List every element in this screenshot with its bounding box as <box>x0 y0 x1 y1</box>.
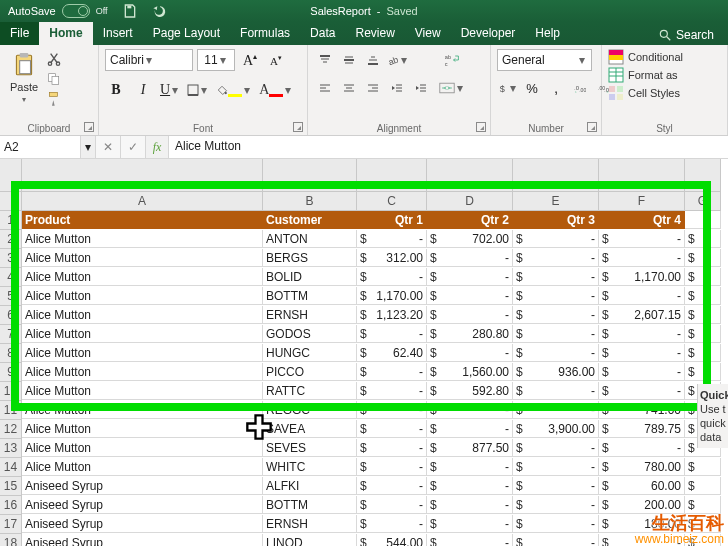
row-header[interactable]: 5 <box>0 287 22 306</box>
cell-q2[interactable]: $1,560.00 <box>427 363 513 381</box>
dialog-launcher-number[interactable] <box>587 122 597 132</box>
fill-color-button[interactable]: ▾ <box>215 79 253 101</box>
column-header[interactable]: E <box>513 192 599 211</box>
cell-product[interactable]: Alice Mutton <box>22 382 263 400</box>
cell-q1[interactable]: $62.40 <box>357 344 427 362</box>
cell[interactable]: $ <box>685 496 721 514</box>
tab-insert[interactable]: Insert <box>93 22 143 45</box>
name-box-dropdown[interactable]: ▾ <box>81 136 96 158</box>
cell-customer[interactable]: GODOS <box>263 325 357 343</box>
cell-q3[interactable]: $- <box>513 268 599 286</box>
row-header[interactable]: 16 <box>0 496 22 515</box>
table-header[interactable]: Qtr 3 <box>513 211 599 229</box>
cell-q3[interactable]: $- <box>513 401 599 419</box>
cell-q4[interactable]: $- <box>599 382 685 400</box>
cell-q3[interactable]: $- <box>513 477 599 495</box>
align-right-button[interactable] <box>362 77 384 99</box>
cell-q2[interactable]: $- <box>427 496 513 514</box>
cell-q1[interactable]: $- <box>357 420 427 438</box>
cell-q1[interactable]: $- <box>357 382 427 400</box>
cell[interactable]: $ <box>685 268 721 286</box>
column-header[interactable]: G <box>685 192 721 211</box>
cell[interactable]: $ <box>685 458 721 476</box>
worksheet-area[interactable]: ABCDEFG1ProductCustomerQtr 1Qtr 2Qtr 3Qt… <box>0 159 728 546</box>
cell-customer[interactable]: ERNSH <box>263 515 357 533</box>
cell-customer[interactable]: PICCO <box>263 363 357 381</box>
align-left-button[interactable] <box>314 77 336 99</box>
cell-q1[interactable]: $- <box>357 325 427 343</box>
bold-button[interactable]: B <box>105 79 127 101</box>
cell[interactable]: $ <box>685 230 721 248</box>
cell-customer[interactable]: WHITC <box>263 458 357 476</box>
increase-indent-button[interactable] <box>410 77 432 99</box>
undo-icon[interactable] <box>152 3 168 19</box>
cell-q2[interactable]: $- <box>427 420 513 438</box>
cell[interactable]: $ <box>685 287 721 305</box>
row-header[interactable]: 7 <box>0 325 22 344</box>
cell-customer[interactable]: LINOD <box>263 534 357 546</box>
cell-q2[interactable]: $- <box>427 306 513 324</box>
cell-q4[interactable]: $1,170.00 <box>599 268 685 286</box>
cell-q2[interactable]: $- <box>427 268 513 286</box>
tab-help[interactable]: Help <box>525 22 570 45</box>
cancel-formula-button[interactable]: ✕ <box>96 136 121 158</box>
cell-q4[interactable]: $780.00 <box>599 458 685 476</box>
cell-q3[interactable]: $- <box>513 458 599 476</box>
border-button[interactable]: ▾ <box>186 79 210 101</box>
table-header[interactable]: Product <box>22 211 263 229</box>
cell-q2[interactable]: $- <box>427 249 513 267</box>
cell-q3[interactable]: $- <box>513 287 599 305</box>
cell-customer[interactable]: BOTTM <box>263 496 357 514</box>
table-header[interactable]: Qtr 2 <box>427 211 513 229</box>
cell-product[interactable]: Aniseed Syrup <box>22 534 263 546</box>
accounting-format-button[interactable]: $▾ <box>497 77 519 99</box>
cell-q4[interactable]: $- <box>599 287 685 305</box>
cell-customer[interactable]: BOLID <box>263 268 357 286</box>
cell-product[interactable]: Alice Mutton <box>22 230 263 248</box>
font-size-combo[interactable]: 11 ▾ <box>197 49 235 71</box>
cell-customer[interactable]: ERNSH <box>263 306 357 324</box>
tab-review[interactable]: Review <box>345 22 404 45</box>
cell-customer[interactable]: HUNGC <box>263 344 357 362</box>
cell-product[interactable]: Alice Mutton <box>22 306 263 324</box>
cell-product[interactable]: Alice Mutton <box>22 268 263 286</box>
row-header[interactable]: 2 <box>0 230 22 249</box>
conditional-formatting-button[interactable]: Conditional <box>608 49 721 65</box>
select-all-corner[interactable] <box>0 159 22 192</box>
cell-q2[interactable]: $702.00 <box>427 230 513 248</box>
cell-q4[interactable]: $- <box>599 439 685 457</box>
merge-center-button[interactable]: ▾ <box>438 77 466 99</box>
cell-q3[interactable]: $- <box>513 325 599 343</box>
row-header[interactable]: 14 <box>0 458 22 477</box>
cell-customer[interactable]: BERGS <box>263 249 357 267</box>
format-painter-icon[interactable] <box>46 91 62 107</box>
cell-q1[interactable]: $- <box>357 515 427 533</box>
cell-styles-button[interactable]: Cell Styles <box>608 85 721 101</box>
cell[interactable]: $ <box>685 344 721 362</box>
cell-q2[interactable]: $- <box>427 344 513 362</box>
row-header[interactable]: 6 <box>0 306 22 325</box>
row-header[interactable]: 12 <box>0 420 22 439</box>
table-header[interactable]: Customer <box>263 211 357 229</box>
fx-icon[interactable]: fx <box>146 136 169 158</box>
cell-q4[interactable]: $- <box>599 230 685 248</box>
cell-q4[interactable]: $- <box>599 325 685 343</box>
row-header[interactable]: 4 <box>0 268 22 287</box>
cell-q4[interactable]: $200.00 <box>599 496 685 514</box>
cell-q2[interactable]: $- <box>427 401 513 419</box>
cell-q4[interactable]: $2,607.15 <box>599 306 685 324</box>
font-color-button[interactable]: A ▾ <box>258 79 294 101</box>
cell-product[interactable]: Alice Mutton <box>22 439 263 457</box>
cell-q1[interactable]: $1,123.20 <box>357 306 427 324</box>
cell-customer[interactable]: ALFKI <box>263 477 357 495</box>
cell[interactable]: $ <box>685 306 721 324</box>
dialog-launcher-font[interactable] <box>293 122 303 132</box>
cell-product[interactable]: Alice Mutton <box>22 363 263 381</box>
percent-button[interactable]: % <box>521 77 543 99</box>
cell-customer[interactable]: RATTC <box>263 382 357 400</box>
table-header[interactable]: Qtr 4 <box>599 211 685 229</box>
cell[interactable]: $ <box>685 477 721 495</box>
corner[interactable] <box>0 192 22 211</box>
cell-customer[interactable]: SAVEA <box>263 420 357 438</box>
cell-q1[interactable]: $- <box>357 363 427 381</box>
